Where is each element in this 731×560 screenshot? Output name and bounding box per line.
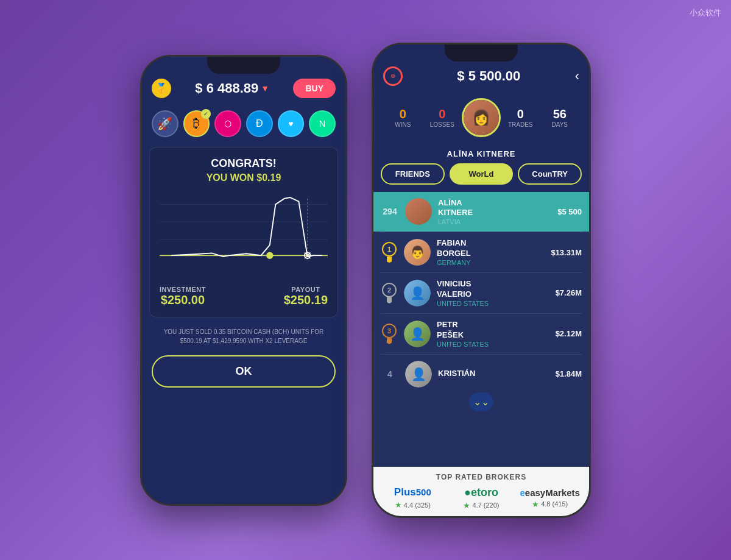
tab-country[interactable]: CounTRY <box>518 163 582 185</box>
won-text: YOU WON $0.19 <box>160 172 328 183</box>
coin-neo-icon[interactable]: N <box>309 110 336 137</box>
user-avatar: 👩 <box>462 98 501 137</box>
losses-label: LOSSES <box>423 121 462 128</box>
trades-stat: 0 TRADES <box>501 107 540 128</box>
star-icon-2: ★ <box>463 501 470 510</box>
gold-ribbon <box>387 257 392 263</box>
rank-number: 294 <box>381 207 399 216</box>
broker-easymarkets-rating: ★ 4.8 (415) <box>518 500 582 509</box>
table-row: 3 👤 PETRPEŠEK UNITED STATES $2.12M <box>373 314 589 354</box>
user-avatar-4: 👤 <box>404 321 431 347</box>
broker-plus500-rating: ★ 4.4 (325) <box>381 500 445 509</box>
user-info-2: FABIANBORGEL GERMANY <box>437 238 545 266</box>
gold-medal-circle: 1 <box>382 242 397 257</box>
user-country-2: GERMANY <box>437 259 545 266</box>
user-name-2: FABIANBORGEL <box>437 238 545 259</box>
user-country-4: UNITED STATES <box>437 341 549 348</box>
days-label: DAYS <box>540 121 580 128</box>
star-icon-3: ★ <box>532 500 539 509</box>
table-row: 1 👨 FABIANBORGEL GERMANY $13.31M <box>373 232 589 272</box>
investment-payout-row: INVESTMENT $250.00 PAYOUT $250.19 <box>160 286 328 307</box>
broker-etoro-rating: ★ 4.7 (220) <box>450 501 514 510</box>
phone-2: ⊕ $ 5 500.00 ‹ 0 WINS 0 LOSSES 👩 0 <box>372 43 591 518</box>
user-info-1: ALĪNAKITNERE LATVIA <box>438 198 551 226</box>
user-avatar-2: 👨 <box>404 239 431 266</box>
broker-etoro[interactable]: ●etoro ★ 4.7 (220) <box>450 486 514 510</box>
chart-svg <box>160 191 328 276</box>
user-name-1: ALĪNAKITNERE <box>438 198 551 219</box>
avatar-image: 👩 <box>464 100 499 135</box>
user-info-4: PETRPEŠEK UNITED STATES <box>437 320 549 348</box>
chart-area: CONGRATS! YOU WON $0.19 <box>149 147 338 317</box>
more-icon[interactable]: ⌄⌄ <box>469 392 493 411</box>
tab-world[interactable]: WorLd <box>450 163 514 185</box>
user-name-4: PETRPEŠEK <box>437 320 549 341</box>
broker-easymarkets[interactable]: eeasyMarkets ★ 4.8 (415) <box>518 487 582 509</box>
bronze-medal-circle: 3 <box>382 324 397 338</box>
wins-stat: 0 WINS <box>383 107 423 128</box>
congrats-text: CONGRATS! <box>160 157 328 170</box>
user-info-3: VINICIUSVALERIO UNITED STATES <box>437 279 549 307</box>
medal-silver: 2 <box>381 283 398 303</box>
user-name-3: VINICIUSVALERIO <box>437 279 549 300</box>
wins-label: WINS <box>383 121 423 128</box>
days-stat: 56 DAYS <box>540 107 580 128</box>
broker-list: Plus500 ★ 4.4 (325) ●etoro ★ 4 <box>381 486 582 510</box>
coin-dash-icon[interactable]: Đ <box>246 110 273 137</box>
days-count: 56 <box>540 107 580 121</box>
coin-check-badge: ✓ <box>201 109 211 119</box>
lifebuoy-icon: ⊕ <box>383 66 403 86</box>
phone-2-screen: ⊕ $ 5 500.00 ‹ 0 WINS 0 LOSSES 👩 0 <box>373 44 589 516</box>
back-button[interactable]: ‹ <box>575 68 579 84</box>
user-stats: 0 WINS 0 LOSSES 👩 0 TRADES 56 DAYS <box>373 93 589 147</box>
broker-plus500-name: Plus500 <box>381 486 445 498</box>
price-display: $ 6 488.89 ▼ <box>195 80 269 96</box>
broker-plus500[interactable]: Plus500 ★ 4.4 (325) <box>381 486 445 509</box>
user-country-1: LATVIA <box>438 218 551 225</box>
investment-block: INVESTMENT $250.00 <box>160 286 206 307</box>
coin-dot-icon[interactable]: ⬡ <box>214 110 241 137</box>
losses-count: 0 <box>423 107 462 121</box>
user-avatar-1 <box>405 198 432 225</box>
user-amount-3: $7.26M <box>556 288 582 297</box>
user-name-5: KRISTIÁN <box>438 369 549 379</box>
trade-description: YOU JUST SOLD 0.35 BITCOIN CASH (BCH) UN… <box>142 322 345 350</box>
user-avatar-3: 👤 <box>404 280 431 307</box>
balance-display: $ 5 500.00 <box>457 68 520 84</box>
more-section: ⌄⌄ <box>373 390 589 416</box>
svg-point-6 <box>266 252 273 258</box>
bronze-ribbon <box>387 338 392 344</box>
leaderboard: 294 ALĪNAKITNERE LATVIA $5 500 1 <box>373 192 589 467</box>
coin-vet-icon[interactable]: ♥ <box>278 110 305 137</box>
broker-easymarkets-name: eeasyMarkets <box>518 487 582 498</box>
phones-container: 🥇 $ 6 488.89 ▼ BUY 🚀 ₿ ✓ ⬡ Đ ♥ N <box>140 43 591 518</box>
coin-rocket-icon[interactable]: 🚀 <box>152 110 178 137</box>
table-row: 294 ALĪNAKITNERE LATVIA $5 500 <box>373 192 589 232</box>
phone-1-screen: 🥇 $ 6 488.89 ▼ BUY 🚀 ₿ ✓ ⬡ Đ ♥ N <box>142 57 345 504</box>
broker-etoro-name: ●etoro <box>450 486 514 499</box>
table-row: 4 👤 KRISTIÁN $1.84M <box>373 355 589 390</box>
silver-medal-circle: 2 <box>382 283 397 297</box>
medal-bronze: 3 <box>381 324 398 344</box>
ok-button[interactable]: OK <box>152 355 336 388</box>
user-avatar-5: 👤 <box>405 361 432 388</box>
trades-count: 0 <box>501 107 540 121</box>
watermark: 小众软件 <box>690 7 721 18</box>
user-country-3: UNITED STATES <box>437 300 549 307</box>
notch-1 <box>207 57 280 74</box>
user-amount-5: $1.84M <box>556 369 582 378</box>
brokers-title: TOP RATED BROKERS <box>381 473 582 481</box>
brokers-section: TOP RATED BROKERS Plus500 ★ 4.4 (325) <box>373 467 589 516</box>
wins-count: 0 <box>383 107 423 121</box>
user-amount-1: $5 500 <box>557 207 582 216</box>
notch-2 <box>445 44 518 62</box>
losses-stat: 0 LOSSES <box>423 107 462 128</box>
profile-name: ALĪNA KITNERE <box>373 147 589 163</box>
star-icon: ★ <box>395 500 402 509</box>
tab-friends[interactable]: FRIENDS <box>381 163 445 185</box>
medal-icon: 🥇 <box>152 79 171 98</box>
coin-btc-icon[interactable]: ₿ ✓ <box>183 110 210 137</box>
user-amount-2: $13.31M <box>551 248 582 257</box>
price-arrow-icon: ▼ <box>261 83 269 93</box>
buy-button[interactable]: BUY <box>293 79 336 98</box>
